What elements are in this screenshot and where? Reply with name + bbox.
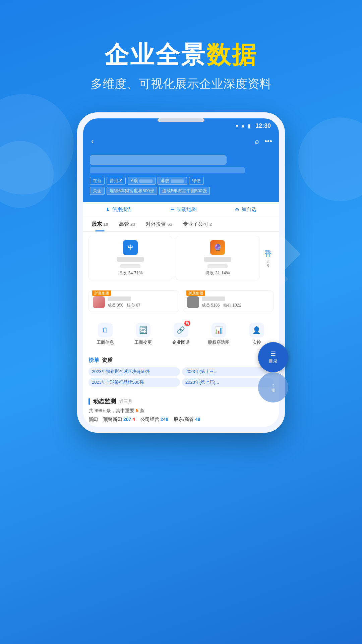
- wifi-icon: ▾: [236, 123, 238, 129]
- business-info-icon: 🗒: [98, 323, 113, 337]
- dynamic-section: 动态监测 近三月 共 999+ 条，其中重要 5 条 新闻 预警新闻 207 4…: [83, 393, 279, 427]
- shareholder-sub-1: [120, 264, 140, 268]
- dynamic-shareholder-label: 股东/高管 49: [174, 417, 200, 423]
- shareholder-card-2[interactable]: 🔮 持股 31.14%: [176, 236, 259, 280]
- groups-section: 所属集团 成员 350 核心 67 所属集团: [83, 287, 279, 315]
- shareholder-card-1[interactable]: 中 持股 34.71%: [88, 236, 172, 280]
- investments-count: 63: [167, 222, 172, 227]
- menu-label: 目录: [269, 358, 278, 364]
- tag-fortune-china[interactable]: 连续5年财富中国500强: [159, 187, 210, 195]
- tag-hk-share[interactable]: 港股: [158, 177, 187, 185]
- function-map-btn[interactable]: ☰ 功能地图: [170, 206, 197, 213]
- ranking-tag-3[interactable]: 2023年全球银行品牌500强: [88, 378, 180, 387]
- phone-notch: [158, 118, 204, 122]
- group-cards: 所属集团 成员 350 核心 67 所属集团: [88, 290, 274, 312]
- operation-count: 248: [161, 417, 168, 422]
- dynamic-items: 新闻 预警新闻 207 4 公司经营 248 股东/高管 49: [88, 417, 274, 423]
- nav-actions: ⌕ •••: [255, 137, 272, 146]
- tag-green-bond[interactable]: 绿债: [189, 177, 204, 185]
- dynamic-title: 动态监测: [93, 397, 116, 405]
- float-menu-button[interactable]: ☰ 目录: [258, 342, 288, 372]
- tag-fortune-world[interactable]: 连续5年财富世界500强: [107, 187, 157, 195]
- dynamic-news-label[interactable]: 新闻: [88, 417, 98, 423]
- group-name-1: [108, 297, 131, 301]
- phone-mockup: ▾ ▲ ▮ 12:30 ‹ ⌕ ••• 在营 曾: [0, 112, 362, 433]
- quick-item-company-map[interactable]: 🔗 热 企业图谱: [168, 323, 194, 345]
- dynamic-warning-label: 预警新闻 207 4: [103, 417, 135, 423]
- hero-section: 企业全景数据 多维度、可视化展示企业深度资料: [0, 0, 362, 106]
- company-name-blurred: [90, 155, 227, 165]
- business-info-label: 工商信息: [97, 339, 114, 345]
- control-icon: 👤: [249, 323, 264, 337]
- diamond-large: [262, 235, 300, 273]
- shareholder-cards: 中 持股 34.71% 🔮 持股 31.14% 香: [88, 236, 274, 280]
- credit-report-btn[interactable]: ⬇ 信用报告: [106, 206, 132, 213]
- group-logo-2: [187, 296, 199, 308]
- function-map-label: 功能地图: [177, 206, 197, 213]
- dynamic-important-count: 5: [136, 408, 138, 413]
- quick-item-business-info[interactable]: 🗒 工商信息: [92, 323, 119, 345]
- quick-item-equity[interactable]: 📊 股权穿透图: [205, 323, 232, 345]
- executives-count: 23: [130, 222, 135, 227]
- dynamic-period: 近三月: [119, 398, 132, 405]
- tags-row-2: 央企 连续5年财富世界500强 连续5年财富中国500强: [90, 187, 272, 195]
- tag-a-share[interactable]: A股: [128, 177, 156, 185]
- group-card-inner-1: 成员 350 核心 67: [93, 296, 175, 308]
- group-card-inner-2: 成员 5186 核心 1022: [187, 296, 269, 308]
- top-nav: ‹ ⌕ •••: [83, 132, 279, 153]
- shareholder-avatar-2: 🔮: [210, 240, 225, 255]
- hot-badge: 热: [184, 321, 190, 326]
- status-time: 12:30: [255, 122, 271, 129]
- phone-outer: ▾ ▲ ▮ 12:30 ‹ ⌕ ••• 在营 曾: [77, 112, 285, 433]
- shareholder-avatar-1: 中: [123, 240, 138, 255]
- company-header: 在营 曾用名 A股 港股 绿债 央企 连续5年财富世界500强 连续5年财富中国…: [83, 153, 279, 202]
- tab-executives[interactable]: 高管 23: [114, 217, 141, 231]
- rankings-title-2: 资质: [102, 357, 113, 364]
- dynamic-header: 动态监测 近三月: [88, 397, 274, 405]
- group-card-2[interactable]: 所属集团 成员 5186 核心 1022: [183, 290, 274, 312]
- float-top-button[interactable]: ↑ 顶: [258, 372, 288, 402]
- equity-icon: 📊: [212, 323, 226, 337]
- group-stats-2: 成员 5186 核心 1022: [202, 303, 241, 308]
- tag-operating[interactable]: 在营: [90, 177, 105, 185]
- group-badge-1: 所属集团: [92, 290, 111, 296]
- quick-menu: 🗒 工商信息 🔄 工商变更 🔗 热 企业图谱 📊 股权穿透图: [83, 318, 279, 350]
- control-label: 实控: [252, 339, 261, 345]
- tab-shareholders[interactable]: 股东 10: [86, 217, 114, 231]
- quick-item-business-change[interactable]: 🔄 工商变更: [130, 323, 157, 345]
- quick-item-control[interactable]: 👤 实控: [243, 323, 270, 345]
- group-name-2: [202, 297, 225, 301]
- tab-investments[interactable]: 对外投资 63: [140, 217, 178, 231]
- tabs-row: 股东 10 高管 23 对外投资 63 专业子公司 2: [83, 217, 279, 232]
- shareholders-count: 10: [103, 222, 108, 227]
- warning-count-1: 207: [123, 417, 131, 422]
- top-label: 顶: [272, 388, 275, 393]
- company-map-icon: 🔗 热: [174, 323, 188, 337]
- download-icon: ⬇: [106, 207, 110, 213]
- tag-central-enterprise[interactable]: 央企: [90, 187, 105, 195]
- tag-former-name[interactable]: 曾用名: [107, 177, 126, 185]
- dynamic-operation-label: 公司经营 248: [140, 417, 168, 423]
- search-icon[interactable]: ⌕: [255, 137, 259, 146]
- equity-label: 股权穿透图: [208, 339, 230, 345]
- menu-icon: ☰: [270, 350, 276, 358]
- dynamic-bar: [88, 398, 90, 405]
- warning-count-2: 4: [132, 417, 135, 422]
- signal-icon: ▲: [240, 123, 246, 129]
- add-watchlist-btn[interactable]: ⊕ 加自选: [235, 206, 256, 213]
- ranking-tag-1[interactable]: 2023年福布斯全球区块链50强: [88, 367, 180, 376]
- ranking-tag-2[interactable]: 2023年(第十三...: [182, 367, 274, 376]
- credit-report-label: 信用报告: [112, 206, 132, 213]
- shareholder-percent-1: 持股 34.71%: [118, 270, 143, 276]
- group-badge-2: 所属集团: [186, 290, 205, 296]
- company-sub-blurred: [90, 167, 245, 173]
- tab-subsidiaries[interactable]: 专业子公司 2: [178, 217, 217, 231]
- business-change-icon: 🔄: [136, 323, 150, 337]
- group-card-1[interactable]: 所属集团 成员 350 核心 67: [88, 290, 179, 312]
- company-map-label: 企业图谱: [172, 339, 190, 345]
- list-icon: ☰: [170, 207, 175, 213]
- tags-row-1: 在营 曾用名 A股 港股 绿债: [90, 177, 272, 185]
- more-icon[interactable]: •••: [264, 137, 272, 146]
- back-button[interactable]: ‹: [90, 135, 95, 147]
- hero-title-part1: 企业全景: [105, 41, 206, 68]
